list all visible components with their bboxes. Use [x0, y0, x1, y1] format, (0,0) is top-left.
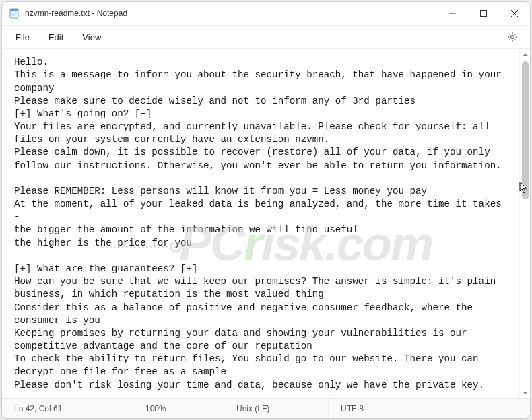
- svg-rect-6: [481, 11, 487, 17]
- notepad-icon: [9, 8, 20, 19]
- vertical-scrollbar[interactable]: [519, 49, 530, 398]
- settings-button[interactable]: [502, 26, 523, 48]
- status-line-ending: Unix (LF): [224, 399, 329, 418]
- window-controls: [437, 2, 530, 25]
- window-title: nzvmn-readme.txt - Notepad: [25, 9, 127, 18]
- maximize-button[interactable]: [468, 2, 499, 25]
- svg-point-9: [511, 36, 514, 39]
- close-button[interactable]: [499, 2, 530, 25]
- status-zoom: 100%: [133, 399, 224, 418]
- titlebar[interactable]: nzvmn-readme.txt - Notepad: [2, 2, 530, 26]
- status-position: Ln 42, Col 61: [2, 399, 133, 418]
- scrollbar-thumb[interactable]: [522, 61, 529, 199]
- statusbar: Ln 42, Col 61 100% Unix (LF) UTF-8: [2, 398, 530, 418]
- minimize-button[interactable]: [437, 2, 468, 25]
- editor-area: Hello. This is a message to inform you a…: [2, 49, 530, 398]
- svg-rect-1: [10, 9, 18, 11]
- menubar: File Edit View: [2, 26, 530, 49]
- status-encoding: UTF-8: [329, 399, 530, 418]
- scroll-up-icon[interactable]: [520, 49, 531, 60]
- menu-file[interactable]: File: [6, 28, 39, 46]
- notepad-window: nzvmn-readme.txt - Notepad File Edit Vie…: [1, 1, 531, 419]
- text-editor[interactable]: Hello. This is a message to inform you a…: [2, 49, 519, 398]
- menu-edit[interactable]: Edit: [39, 28, 73, 46]
- menu-view[interactable]: View: [73, 28, 110, 46]
- scroll-down-icon[interactable]: [520, 388, 531, 398]
